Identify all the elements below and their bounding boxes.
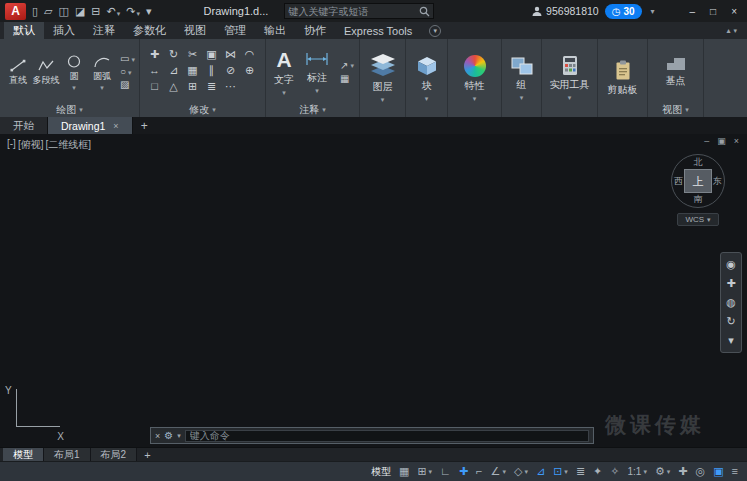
fillet-icon[interactable]: ◠: [241, 48, 258, 61]
navbar-more-icon[interactable]: ▾: [721, 331, 741, 350]
annotation-scale-label[interactable]: 1:1 ▾: [624, 467, 651, 477]
panel-label-modify[interactable]: 修改▾: [140, 102, 265, 117]
polyline-tool-button[interactable]: 多段线: [32, 58, 60, 87]
align-icon[interactable]: △: [165, 80, 182, 93]
file-tab-start[interactable]: 开始: [0, 117, 48, 134]
panel-label-annotation[interactable]: 注释▾: [266, 102, 359, 117]
model-space-toggle[interactable]: 模型: [367, 467, 395, 477]
move-icon[interactable]: ✚: [146, 48, 163, 61]
copy-icon[interactable]: ▣: [203, 48, 220, 61]
customize-icon[interactable]: ≡: [728, 466, 742, 477]
close-button[interactable]: ×: [731, 6, 737, 17]
plot-icon[interactable]: ⊟: [91, 6, 100, 17]
ribbon-tab-collaborate[interactable]: 协作: [295, 22, 335, 39]
undo-icon[interactable]: ↶▾: [107, 6, 121, 17]
doc-restore-icon[interactable]: ▣: [717, 136, 726, 146]
layout-tab-layout2[interactable]: 布局2: [91, 448, 138, 461]
view-direction-control[interactable]: [俯视]: [18, 138, 44, 152]
user-account[interactable]: 956981810: [532, 5, 599, 17]
rectangle-icon[interactable]: ▭▾: [120, 54, 135, 64]
new-drawing-tab-button[interactable]: +: [133, 117, 156, 134]
offset-icon[interactable]: ∥: [203, 64, 220, 77]
command-close-icon[interactable]: ×: [155, 431, 160, 441]
dynamic-input-icon[interactable]: ✚: [455, 466, 472, 477]
explode-icon[interactable]: ⊕: [241, 64, 258, 77]
ribbon-tab-default[interactable]: 默认: [4, 22, 44, 39]
viewcube-east[interactable]: 东: [713, 175, 722, 188]
save-as-icon[interactable]: ◪: [75, 6, 85, 17]
graphics-performance-icon[interactable]: ▣: [709, 466, 727, 477]
drawing-canvas[interactable]: [-][俯视][二维线框] –▣× 北 南 西 东 上 WCS▾ ◉✚◍↻▾ Y…: [0, 134, 747, 447]
leader-icon[interactable]: ↗▾: [340, 61, 354, 71]
base-point-button[interactable]: 基点: [661, 54, 691, 90]
trim-icon[interactable]: ✂: [184, 48, 201, 61]
arc-tool-button[interactable]: 圆弧 ▾: [88, 54, 116, 91]
annotation-autoscale-icon[interactable]: ✧: [606, 466, 623, 477]
save-icon[interactable]: ◫: [59, 6, 69, 17]
measure-icon[interactable]: □: [146, 80, 163, 93]
ribbon-state-toggle[interactable]: ▾: [429, 22, 441, 39]
dimension-tool-button[interactable]: 标注 ▾: [300, 49, 334, 96]
visual-style-control[interactable]: [二维线框]: [45, 138, 91, 152]
clipboard-button[interactable]: 剪贴板: [604, 39, 642, 117]
tab-close-icon[interactable]: ×: [113, 121, 118, 131]
stretch-icon[interactable]: ↔: [146, 64, 163, 77]
titlebar-more-icon[interactable]: ▾: [651, 7, 655, 16]
wcs-menu[interactable]: WCS▾: [677, 213, 718, 226]
search-input[interactable]: [288, 6, 419, 17]
join-icon[interactable]: ⊞: [184, 80, 201, 93]
workspace-gear-icon[interactable]: ⚙ ▾: [651, 466, 674, 477]
panel-label-view[interactable]: 视图▾: [648, 102, 703, 117]
text-tool-button[interactable]: A 文字 ▾: [270, 47, 298, 98]
viewcube-south[interactable]: 南: [694, 193, 703, 206]
qat-customize-icon[interactable]: ▾: [146, 6, 152, 17]
annotation-visibility-icon[interactable]: ✦: [589, 466, 606, 477]
ribbon-tab-manage[interactable]: 管理: [215, 22, 255, 39]
line-tool-button[interactable]: 直线: [4, 58, 32, 87]
command-input[interactable]: [185, 430, 589, 442]
viewcube-compass[interactable]: 北 南 西 东 上: [671, 154, 725, 208]
recent-commands-icon[interactable]: ▾: [177, 432, 181, 439]
pan-icon[interactable]: ✚: [721, 274, 741, 293]
ribbon-minimize-button[interactable]: ▴ ▾: [716, 22, 747, 39]
infer-constraints-icon[interactable]: ∟: [436, 466, 455, 477]
array-icon[interactable]: ▦: [184, 64, 201, 77]
ribbon-tab-express-tools[interactable]: Express Tools: [335, 22, 421, 39]
object-snap-icon[interactable]: ⊡ ▾: [549, 466, 572, 477]
command-customize-icon[interactable]: ⚙: [164, 430, 173, 441]
rotate-icon[interactable]: ↻: [165, 48, 182, 61]
mirror-icon[interactable]: ⋈: [222, 48, 239, 61]
isolate-objects-icon[interactable]: ◎: [692, 466, 710, 477]
group-button[interactable]: 组 ▾: [506, 39, 538, 117]
minimize-button[interactable]: –: [690, 6, 696, 17]
new-file-icon[interactable]: ▯: [32, 6, 38, 17]
redo-icon[interactable]: ↷▾: [126, 6, 140, 17]
polar-tracking-icon[interactable]: ∠ ▾: [487, 466, 510, 477]
erase-icon[interactable]: ⊘: [222, 64, 239, 77]
layout-tab-layout1[interactable]: 布局1: [44, 448, 91, 461]
navigation-wheel-icon[interactable]: ◉: [721, 255, 741, 274]
ribbon-tab-view[interactable]: 视图: [175, 22, 215, 39]
panel-label-draw[interactable]: 绘图▾: [0, 102, 139, 117]
table-icon[interactable]: ▦: [340, 74, 354, 84]
ellipse-icon[interactable]: ○▾: [120, 67, 135, 77]
ribbon-tab-parametric[interactable]: 参数化: [124, 22, 175, 39]
open-file-icon[interactable]: ▱: [44, 6, 52, 17]
hatch-icon[interactable]: ▨: [120, 80, 135, 90]
doc-minimize-icon[interactable]: –: [704, 136, 709, 146]
modify-more-icon[interactable]: ⋯: [222, 80, 239, 93]
new-layout-button[interactable]: +: [137, 448, 157, 461]
ortho-icon[interactable]: ⌐: [472, 466, 486, 477]
maximize-button[interactable]: □: [710, 6, 716, 17]
viewcube-north[interactable]: 北: [694, 156, 703, 169]
isodraft-icon[interactable]: ◇ ▾: [510, 466, 532, 477]
block-button[interactable]: 块 ▾: [412, 39, 442, 117]
snap-icon[interactable]: ⊞ ▾: [413, 466, 436, 477]
autocad-logo[interactable]: A: [5, 3, 26, 20]
search-icon[interactable]: [419, 6, 430, 17]
lineweight-icon[interactable]: ≣: [572, 466, 589, 477]
quick-measure-icon[interactable]: ✚: [674, 466, 691, 477]
viewcube-west[interactable]: 西: [674, 175, 683, 188]
doc-close-icon[interactable]: ×: [734, 136, 739, 146]
viewcube-top-face[interactable]: 上: [684, 169, 712, 193]
